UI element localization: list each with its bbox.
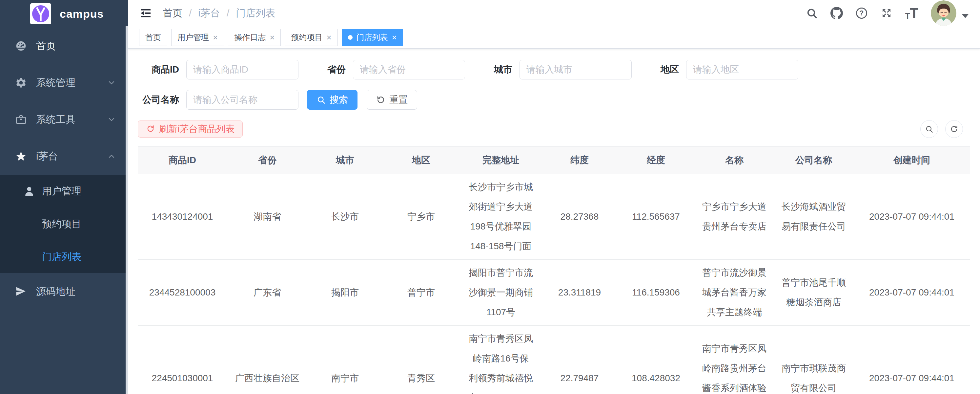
github-icon[interactable]: [830, 7, 843, 19]
brand-name: campus: [60, 8, 104, 20]
col-city: 城市: [308, 147, 382, 174]
cell-city: 揭阳市: [308, 260, 382, 326]
sidebar-item-user-management[interactable]: 用户管理: [0, 175, 128, 207]
sidebar-item-label: i茅台: [36, 150, 107, 163]
field-city: 城市: [494, 60, 632, 80]
paper-plane-icon: [15, 286, 27, 297]
cell-name: 南宁市青秀区凤岭南路贵州茅台酱香系列酒体验中心: [695, 326, 774, 394]
tab-reservation-project[interactable]: 预约项目 ×: [285, 29, 337, 46]
tab-label: 门店列表: [356, 32, 388, 43]
cell-full-address: 南宁市青秀区凤岭南路16号保利领秀前城禧悦都7号B111-B113号: [460, 326, 542, 394]
sidebar-item-label: 用户管理: [42, 185, 81, 198]
province-input[interactable]: [353, 60, 465, 80]
field-company-name: 公司名称: [138, 90, 299, 110]
gear-icon: [15, 77, 27, 89]
search-form-row-1: 商品ID 省份 城市 地区: [138, 60, 970, 80]
tab-label: 首页: [145, 32, 161, 43]
cell-longitude: 116.159306: [617, 260, 695, 326]
sidebar-item-source-code[interactable]: 源码地址: [0, 273, 128, 310]
tab-label: 预约项目: [291, 32, 322, 43]
table-quick-actions: [920, 120, 963, 138]
col-district: 地区: [382, 147, 460, 174]
question-icon[interactable]: ?: [855, 7, 868, 19]
tab-store-list[interactable]: 门店列表 ×: [342, 29, 403, 46]
breadcrumb-separator: /: [227, 8, 229, 19]
chevron-up-icon: [107, 152, 116, 161]
tab-user-management[interactable]: 用户管理 ×: [171, 29, 224, 46]
sidebar-item-home[interactable]: 首页: [0, 27, 128, 64]
refresh-icon: [146, 124, 155, 134]
city-input[interactable]: [520, 60, 632, 80]
sidebar-item-label: 首页: [36, 40, 116, 53]
search-icon[interactable]: [805, 7, 818, 19]
y-logo-icon: [30, 3, 51, 24]
breadcrumb-item-home[interactable]: 首页: [163, 6, 182, 20]
breadcrumb-item-store-list: 门店列表: [236, 6, 275, 20]
sidebar-item-system-tools[interactable]: 系统工具: [0, 101, 128, 138]
search-icon: [317, 95, 326, 104]
sidebar-item-imaotai[interactable]: i茅台: [0, 138, 128, 175]
cell-latitude: 22.79487: [542, 326, 617, 394]
search-button[interactable]: 搜索: [307, 90, 358, 110]
table-row: 143430124001 湖南省 长沙市 宁乡市 长沙市宁乡市城郊街道宁乡大道1…: [138, 174, 970, 260]
cell-province: 湖南省: [227, 174, 308, 260]
breadcrumb: 首页 / i茅台 / 门店列表: [163, 6, 275, 20]
product-id-input[interactable]: [186, 60, 299, 80]
col-created-time: 创建时间: [853, 147, 970, 174]
close-icon[interactable]: ×: [392, 33, 397, 42]
table-header-row: 商品ID 省份 城市 地区 完整地址 纬度 经度 名称 公司名称 创建时间: [138, 147, 970, 174]
refresh-table-button[interactable]: [945, 120, 963, 138]
field-label: 省份: [327, 63, 346, 76]
user-icon: [24, 185, 35, 197]
cell-longitude: 108.428032: [617, 326, 695, 394]
sidebar-item-label: 门店列表: [42, 250, 81, 264]
reset-button-label: 重置: [389, 94, 408, 106]
sidebar-item-label: 预约项目: [42, 217, 81, 231]
table-toolbar: 刷新i茅台商品列表: [138, 120, 970, 138]
star-icon: [15, 150, 27, 162]
cell-district: 宁乡市: [382, 174, 460, 260]
refresh-icon: [376, 95, 385, 104]
cell-latitude: 23.311819: [542, 260, 617, 326]
sidebar-item-label: 系统管理: [36, 76, 107, 89]
caret-down-icon[interactable]: [962, 14, 969, 18]
sidebar-collapse-icon[interactable]: [139, 6, 152, 20]
tab-home[interactable]: 首页: [139, 29, 167, 46]
company-name-input[interactable]: [186, 90, 299, 110]
font-size-icon[interactable]: TT: [905, 6, 918, 20]
col-latitude: 纬度: [542, 147, 617, 174]
sidebar-item-reservation-project[interactable]: 预约项目: [0, 207, 128, 240]
sidebar-item-store-list[interactable]: 门店列表: [0, 240, 128, 273]
breadcrumb-separator: /: [189, 8, 191, 19]
brand-logo[interactable]: campus: [0, 0, 128, 27]
sidebar-item-system-management[interactable]: 系统管理: [0, 64, 128, 101]
district-input[interactable]: [686, 60, 798, 80]
cell-city: 长沙市: [308, 174, 382, 260]
close-icon[interactable]: ×: [326, 33, 331, 42]
reset-button[interactable]: 重置: [367, 90, 417, 110]
fullscreen-icon[interactable]: [880, 7, 893, 19]
briefcase-icon: [15, 113, 27, 125]
show-search-toggle-button[interactable]: [920, 120, 938, 138]
main-area: 首页 / i茅台 / 门店列表 ? T: [128, 0, 980, 394]
cell-product-id: 2344528100003: [138, 260, 227, 326]
user-menu[interactable]: [931, 0, 969, 26]
tab-operation-log[interactable]: 操作日志 ×: [228, 29, 281, 46]
field-label: 城市: [494, 63, 512, 76]
table-row: 224501030001 广西壮族自治区 南宁市 青秀区 南宁市青秀区凤岭南路1…: [138, 326, 970, 394]
dashboard-icon: [15, 40, 27, 52]
active-dot: [348, 35, 353, 40]
field-label: 商品ID: [138, 63, 179, 76]
question-glyph: ?: [856, 8, 867, 19]
cell-district: 青秀区: [382, 326, 460, 394]
cell-company-name: 南宁市琪联茂商贸有限公司: [774, 326, 853, 394]
field-product-id: 商品ID: [138, 60, 299, 80]
tab-label: 用户管理: [177, 32, 209, 43]
search-button-label: 搜索: [329, 94, 348, 106]
refresh-imaotai-list-button[interactable]: 刷新i茅台商品列表: [138, 121, 243, 137]
col-name: 名称: [695, 147, 774, 174]
app-window: campus 首页 系统管理: [0, 0, 980, 394]
close-icon[interactable]: ×: [213, 33, 218, 42]
avatar[interactable]: [931, 0, 956, 26]
close-icon[interactable]: ×: [270, 33, 275, 42]
